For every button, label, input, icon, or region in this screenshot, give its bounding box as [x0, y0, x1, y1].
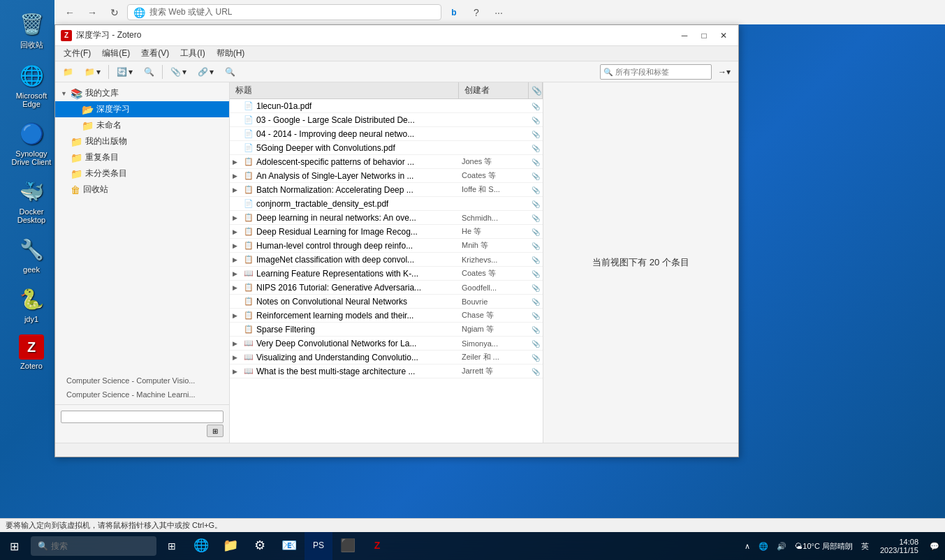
table-row[interactable]: ▶ 📋 Reinforcement learning models and th…	[230, 309, 543, 323]
table-row[interactable]: ▶ 📋 NIPS 2016 Tutorial: Generative Adver…	[230, 281, 543, 295]
tray-language[interactable]: 英	[858, 540, 872, 553]
table-row[interactable]: ▶ 📖 What is the best multi-stage archite…	[230, 364, 543, 378]
start-button[interactable]: ⊞	[0, 532, 28, 560]
toolbar-search-small[interactable]: 🔍	[220, 64, 240, 80]
taskbar-outlook-app[interactable]: 📧	[275, 532, 303, 560]
col-header-title[interactable]: 标题	[230, 82, 459, 98]
table-row[interactable]: ▶ 📋 Adolescent-specific patterns of beha…	[230, 155, 543, 169]
toolbar-locate[interactable]: 📎 ▾	[166, 64, 191, 80]
taskbar-app6[interactable]: ⬛	[334, 532, 362, 560]
tray-notification[interactable]: 💬	[927, 540, 942, 552]
taskbar-search-input[interactable]	[51, 541, 149, 551]
taskbar-app7[interactable]: Z	[363, 532, 391, 560]
item-expand-arrow[interactable]: ▶	[233, 172, 241, 179]
sidebar-item-trash[interactable]: 🗑 回收站	[55, 182, 229, 198]
sidebar-item-deep-learning[interactable]: 📂 深度学习	[55, 101, 229, 117]
item-expand-arrow[interactable]: ▶	[233, 242, 241, 249]
taskbar-settings-app[interactable]: ⚙	[246, 532, 274, 560]
item-expand-arrow[interactable]: ▶	[233, 186, 241, 193]
item-expand-arrow[interactable]: ▶	[233, 256, 241, 263]
taskbar-powershell-app[interactable]: PS	[305, 532, 332, 560]
table-row[interactable]: ▶ 📋 ImageNet classification with deep co…	[230, 253, 543, 267]
desktop-icon-edge[interactable]: 🌐 Microsoft Edge	[7, 59, 56, 111]
recycle-bin-icon: 🗑️	[17, 10, 45, 38]
table-row[interactable]: ▶ 📋 Deep learning in neural networks: An…	[230, 211, 543, 225]
edge-forward-btn[interactable]: →	[82, 3, 102, 22]
taskbar-edge-app[interactable]: 🌐	[187, 532, 215, 560]
item-expand-arrow[interactable]: ▶	[233, 368, 241, 375]
table-row[interactable]: ▶ 📋 An Analysis of Single-Layer Networks…	[230, 169, 543, 183]
table-row[interactable]: 📄 5Going Deeper with Convolutions.pdf 📎	[230, 141, 543, 155]
tray-network[interactable]: 🌐	[756, 540, 771, 552]
tray-battery[interactable]: 🌤 10°C 局部晴朗	[792, 540, 856, 553]
sidebar-item-duplicates[interactable]: 📁 重复条目	[55, 149, 229, 165]
item-expand-arrow[interactable]: ▶	[233, 340, 241, 347]
toolbar-new-item-dropdown[interactable]: 📁 ▾	[80, 64, 105, 80]
menu-help[interactable]: 帮助(H)	[211, 46, 251, 61]
table-row[interactable]: 📄 conjnorm_tractable_density_est.pdf 📎	[230, 197, 543, 211]
item-expand-arrow[interactable]: ▶	[233, 284, 241, 291]
table-row[interactable]: 📄 1lecun-01a.pdf 📎	[230, 99, 543, 113]
toolbar-attach-link[interactable]: 🔍	[139, 64, 159, 80]
table-row[interactable]: ▶ 📖 Very Deep Convolutional Networks for…	[230, 337, 543, 351]
item-expand-arrow[interactable]: ▶	[233, 228, 241, 235]
sidebar-item-my-library[interactable]: ▼ 📚 我的文库	[55, 85, 229, 101]
sidebar-item-my-publications[interactable]: 📁 我的出版物	[55, 133, 229, 149]
desktop-icon-synology[interactable]: 🔵 Synology Drive Client	[7, 117, 56, 169]
item-expand-arrow[interactable]: ▶	[233, 312, 241, 319]
edge-help-btn[interactable]: ?	[467, 3, 486, 22]
item-expand-arrow[interactable]: ▶	[233, 354, 241, 361]
sidebar-content: ▼ 📚 我的文库 📂 深度学习 📁 未命名	[55, 82, 229, 371]
table-row[interactable]: ▶ 📋 Human-level control through deep rei…	[230, 239, 543, 253]
desktop-icon-zotero[interactable]: Z Zotero	[7, 332, 56, 373]
tray-chevron[interactable]: ∧	[742, 540, 753, 552]
table-row[interactable]: ▶ 📖 Learning Feature Representations wit…	[230, 267, 543, 281]
table-row[interactable]: ▶ 📖 Visualizing and Understanding Convol…	[230, 351, 543, 364]
edge-more-btn[interactable]: ···	[489, 3, 508, 22]
minimize-button[interactable]: ─	[675, 28, 694, 43]
task-view-button[interactable]: ⊞	[159, 532, 184, 560]
taskbar-search-box[interactable]: 🔍	[31, 536, 156, 556]
table-row[interactable]: ▶ 📋 Deep Residual Learning for Image Rec…	[230, 225, 543, 239]
tag-filter-input[interactable]	[61, 411, 224, 423]
item-expand-arrow[interactable]: ▶	[233, 270, 241, 277]
menu-edit[interactable]: 编辑(E)	[96, 46, 135, 61]
sidebar-item-unclassified[interactable]: 📁 未分类条目	[55, 165, 229, 182]
desktop-icons-container: 🗑️ 回收站 🌐 Microsoft Edge 🔵 Synology Drive…	[7, 7, 56, 373]
maximize-button[interactable]: □	[695, 28, 713, 43]
toolbar-nav-forward[interactable]: →▾	[713, 64, 735, 80]
menu-file[interactable]: 文件(F)	[58, 46, 96, 61]
search-input[interactable]	[603, 68, 694, 76]
desktop-icon-geek[interactable]: 🔧 geek	[7, 233, 56, 277]
toolbar-note[interactable]: 🔗 ▾	[193, 64, 219, 80]
edge-refresh-btn[interactable]: ↻	[105, 3, 124, 22]
table-row[interactable]: 📋 Sparse Filtering Ngiam 等 📎	[230, 323, 543, 337]
toolbar-new-item[interactable]: 📁	[58, 64, 78, 80]
tag-1[interactable]: Computer Science - Computer Visio...	[61, 374, 224, 388]
desktop-icon-docker[interactable]: 🐳 Docker Desktop	[7, 175, 56, 227]
desktop-icon-recycle-bin[interactable]: 🗑️ 回收站	[7, 7, 56, 53]
desktop-icon-python[interactable]: 🐍 jdy1	[7, 282, 56, 326]
taskbar-explorer-app[interactable]: 📁	[217, 532, 244, 560]
table-row[interactable]: 📋 Notes on Convolutional Neural Networks…	[230, 295, 543, 309]
edge-back-btn[interactable]: ←	[60, 3, 80, 22]
menu-view[interactable]: 查看(V)	[135, 46, 175, 61]
edge-address-bar[interactable]: 🌐 搜索 Web 或键入 URL	[127, 4, 441, 20]
tray-clock[interactable]: 14:08 2023/11/15	[874, 538, 924, 554]
table-row[interactable]: 📄 03 - Google - Large Scale Distributed …	[230, 113, 543, 127]
sidebar-item-unnamed[interactable]: 📁 未命名	[55, 117, 229, 133]
table-row[interactable]: ▶ 📋 Batch Normalization: Accelerating De…	[230, 183, 543, 197]
toolbar-add-by-id[interactable]: 🔄 ▾	[112, 64, 138, 80]
menu-tools[interactable]: 工具(I)	[175, 46, 210, 61]
table-row[interactable]: 📄 04 - 2014 - Improving deep neural netw…	[230, 127, 543, 141]
book-icon: 📖	[244, 353, 254, 362]
edge-bing-btn[interactable]: b	[444, 3, 464, 22]
close-button[interactable]: ✕	[715, 28, 733, 43]
col-header-creator[interactable]: 创建者	[459, 82, 529, 98]
tag-2[interactable]: Computer Science - Machine Learni...	[61, 388, 224, 401]
search-box[interactable]	[600, 64, 712, 80]
tray-volume[interactable]: 🔊	[774, 540, 789, 552]
tag-options-btn[interactable]: ⊞	[207, 425, 224, 437]
item-expand-arrow[interactable]: ▶	[233, 159, 241, 165]
item-expand-arrow[interactable]: ▶	[233, 214, 241, 221]
